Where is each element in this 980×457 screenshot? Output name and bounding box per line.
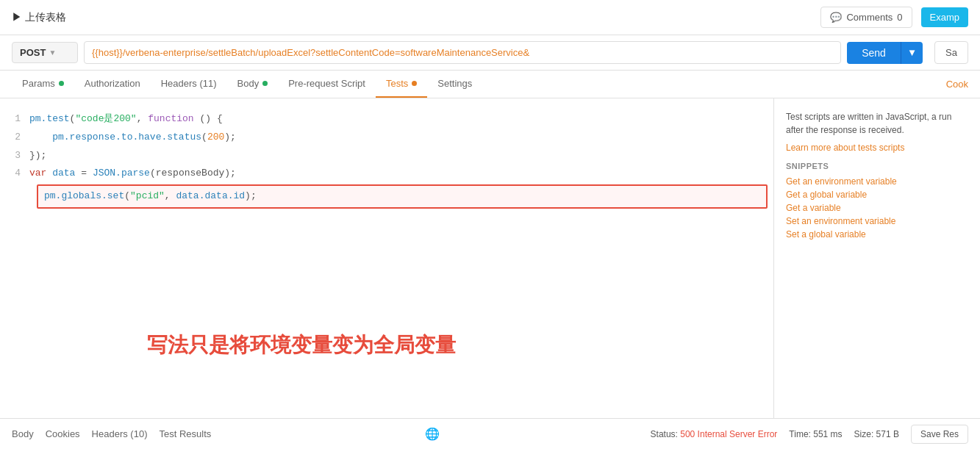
send-button-group: Send ▼ xyxy=(847,42,923,64)
tab-headers-label: Headers (11) xyxy=(161,78,217,89)
tab-prerequest[interactable]: Pre-request Script xyxy=(278,71,376,98)
snippet-get-var[interactable]: Get a variable xyxy=(786,203,968,213)
example-button[interactable]: Examp xyxy=(921,7,968,27)
tab-body[interactable]: Body xyxy=(227,71,279,98)
time-label: Time: 551 ms xyxy=(789,429,842,439)
top-bar: ▶ 上传表格 💬 Comments 0 Examp xyxy=(0,0,980,35)
snippet-set-env[interactable]: Set an environment variable xyxy=(786,216,968,226)
code-line-3: 3 }); xyxy=(0,147,773,165)
code-editor: 1 pm.test("code是200", function () { 2 pm… xyxy=(0,110,773,210)
annotation-text: 写法只是将环境变量变为全局变量 xyxy=(147,331,456,359)
time-value: 551 ms xyxy=(813,429,842,439)
code-line-5: pm.globals.set("pcid", data.data.id); xyxy=(37,184,768,209)
tab-settings[interactable]: Settings xyxy=(427,71,482,98)
code-line-2: 2 pm.response.to.have.status(200); xyxy=(0,129,773,147)
tab-authorization-label: Authorization xyxy=(85,78,140,89)
tab-headers[interactable]: Headers (11) xyxy=(151,71,227,98)
tab-cookies[interactable]: Cook xyxy=(946,71,968,97)
main-content: 1 pm.test("code是200", function () { 2 pm… xyxy=(0,98,980,418)
status-label: Status: 500 Internal Server Error xyxy=(651,429,778,439)
learn-more-link[interactable]: Learn more about tests scripts xyxy=(786,143,968,153)
size-value: 571 B xyxy=(876,429,899,439)
comments-label: Comments xyxy=(846,12,893,23)
comments-button[interactable]: 💬 Comments 0 xyxy=(820,7,912,28)
save-response-button[interactable]: Save Res xyxy=(911,425,968,444)
send-dropdown-arrow[interactable]: ▼ xyxy=(901,42,923,64)
tab-params[interactable]: Params xyxy=(12,71,74,98)
top-bar-right: 💬 Comments 0 Examp xyxy=(820,7,968,28)
url-bar: POST ▼ Send ▼ Sa xyxy=(0,35,980,71)
tests-dot xyxy=(412,81,417,86)
globe-icon: 🌐 xyxy=(425,427,440,441)
bottom-tab-cookies[interactable]: Cookies xyxy=(46,425,80,442)
snippet-get-env[interactable]: Get an environment variable xyxy=(786,176,968,187)
side-panel: Test scripts are written in JavaScript, … xyxy=(774,98,980,418)
code-line-1: 1 pm.test("code是200", function () { xyxy=(0,110,773,129)
bottom-bar: Body Cookies Headers (10) Test Results 🌐… xyxy=(0,418,980,449)
tab-tests-label: Tests xyxy=(386,78,408,89)
send-button[interactable]: Send xyxy=(847,42,901,64)
bottom-tab-headers[interactable]: Headers (10) xyxy=(92,425,148,442)
code-panel[interactable]: 1 pm.test("code是200", function () { 2 pm… xyxy=(0,98,774,418)
body-dot xyxy=(262,81,268,86)
request-title: ▶ 上传表格 xyxy=(12,11,66,24)
tab-prerequest-label: Pre-request Script xyxy=(288,78,365,89)
bottom-tab-test-results[interactable]: Test Results xyxy=(159,425,214,442)
comments-count: 0 xyxy=(897,12,902,23)
top-bar-left: ▶ 上传表格 xyxy=(12,11,66,24)
tab-params-label: Params xyxy=(22,78,55,89)
url-input[interactable] xyxy=(84,41,841,64)
tab-tests[interactable]: Tests xyxy=(376,71,427,98)
code-line-4: 4 var data = JSON.parse(responseBody); xyxy=(0,165,773,183)
status-area: Status: 500 Internal Server Error Time: … xyxy=(651,429,899,439)
tab-settings-label: Settings xyxy=(437,78,472,89)
method-value: POST xyxy=(20,47,46,58)
save-button[interactable]: Sa xyxy=(934,41,968,64)
tabs-bar: Params Authorization Headers (11) Body P… xyxy=(0,71,980,98)
status-value: 500 Internal Server Error xyxy=(680,429,777,439)
params-dot xyxy=(59,81,64,86)
side-description: Test scripts are written in JavaScript, … xyxy=(786,110,968,137)
bottom-tab-body[interactable]: Body xyxy=(12,425,34,442)
tab-body-label: Body xyxy=(237,78,260,89)
comment-icon: 💬 xyxy=(830,12,842,23)
tab-authorization[interactable]: Authorization xyxy=(74,71,151,98)
method-arrow-icon: ▼ xyxy=(49,48,70,57)
snippets-title: SNIPPETS xyxy=(786,162,968,170)
method-selector[interactable]: POST ▼ xyxy=(12,42,78,63)
snippet-get-global[interactable]: Get a global variable xyxy=(786,190,968,200)
snippet-set-global[interactable]: Set a global variable xyxy=(786,229,968,240)
size-label: Size: 571 B xyxy=(854,429,899,439)
